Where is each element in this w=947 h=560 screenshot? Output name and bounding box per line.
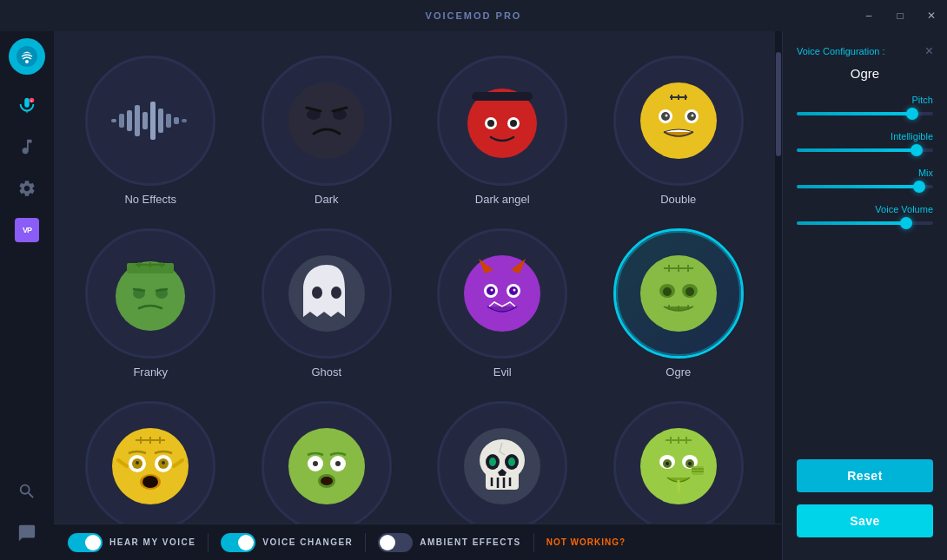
voice-changer-toggle[interactable] (221, 533, 255, 552)
svg-point-88 (313, 461, 318, 466)
hear-my-voice-group: HEAR MY VOICE (68, 533, 195, 552)
svg-point-47 (312, 287, 322, 299)
voice-item-dark[interactable]: Dark (248, 49, 407, 213)
app-title: VOICEMOD PRO (426, 10, 522, 21)
voice-grid: No Effects (54, 31, 775, 524)
voice-circle-zombie (613, 401, 744, 524)
voice-label-dark: Dark (315, 193, 338, 206)
sidebar-item-chat[interactable] (9, 515, 45, 551)
svg-point-79 (136, 461, 139, 464)
intelligible-slider-track[interactable] (797, 148, 933, 152)
mix-slider-thumb[interactable] (913, 181, 925, 193)
svg-point-25 (640, 82, 717, 159)
ambient-effects-toggle[interactable] (378, 533, 413, 552)
hear-my-voice-toggle[interactable] (68, 533, 103, 552)
right-panel-close-icon[interactable]: × (925, 43, 933, 59)
voice-volume-label: Voice Volume (797, 204, 933, 214)
svg-point-24 (510, 120, 517, 127)
voice-item-evil[interactable]: Evil (423, 221, 582, 385)
voice-volume-slider-track[interactable] (797, 221, 933, 225)
voice-item-zombie[interactable]: Zombie (599, 394, 758, 524)
sidebar-item-settings[interactable] (9, 170, 45, 207)
voice-item-franky[interactable]: Franky (71, 221, 230, 385)
separator-2 (365, 533, 366, 552)
svg-rect-8 (142, 112, 148, 129)
svg-point-89 (335, 461, 341, 466)
voice-circle-fear (85, 401, 215, 524)
voice-item-spirit[interactable]: Spirit (423, 394, 582, 524)
svg-point-85 (288, 428, 365, 504)
pitch-label: Pitch (797, 95, 933, 105)
scrollbar-thumb[interactable] (776, 52, 781, 156)
svg-rect-4 (111, 119, 116, 122)
voice-circle-double (613, 56, 744, 186)
voice-item-double[interactable]: Double (599, 49, 758, 213)
svg-point-64 (682, 284, 698, 298)
scrollbar-track[interactable] (775, 31, 782, 524)
svg-rect-10 (158, 109, 163, 133)
voice-circle-no-effects (85, 56, 215, 186)
voice-label-ghost: Ghost (311, 366, 341, 379)
svg-rect-11 (166, 114, 171, 128)
voice-config-title: Voice Configuration : (797, 46, 885, 56)
sidebar-item-search[interactable] (9, 473, 45, 510)
sidebar: + VP (0, 31, 54, 560)
voice-circle-ogre (613, 228, 744, 359)
voice-item-dark-angel[interactable]: Dark angel (423, 49, 582, 213)
svg-rect-7 (135, 105, 140, 136)
save-button[interactable]: Save (797, 504, 933, 537)
svg-point-108 (666, 462, 669, 465)
svg-rect-9 (150, 102, 156, 140)
voice-item-no-effects[interactable]: No Effects (71, 49, 230, 213)
mix-slider-track[interactable] (797, 185, 933, 188)
voice-item-fear[interactable]: Fear (71, 394, 230, 524)
separator-1 (208, 533, 209, 552)
voice-label-evil: Evil (493, 366, 512, 379)
voice-changer-group: VOICE CHANGER (221, 533, 353, 552)
svg-point-23 (487, 120, 494, 127)
voice-changer-knob (238, 535, 254, 550)
minimize-button[interactable]: – (853, 0, 884, 31)
svg-rect-111 (692, 466, 704, 475)
sidebar-item-voice-effects[interactable]: + (9, 87, 45, 123)
pitch-slider-thumb[interactable] (906, 108, 918, 120)
right-panel: Voice Configuration : × Ogre Pitch Intel… (782, 31, 947, 560)
svg-point-101 (489, 458, 496, 466)
voice-circle-dark-angel (437, 56, 567, 186)
svg-point-14 (288, 82, 365, 159)
voice-grid-container[interactable]: No Effects (54, 31, 775, 524)
voice-item-ogre[interactable]: Ogre (599, 221, 758, 385)
voice-circle-possessed (262, 401, 392, 524)
maximize-button[interactable]: □ (884, 0, 916, 31)
voice-label-dark-angel: Dark angel (475, 193, 530, 206)
svg-point-66 (685, 287, 694, 296)
intelligible-slider-fill (797, 148, 917, 152)
voice-volume-slider-section: Voice Volume (797, 204, 933, 234)
not-working-label[interactable]: NOT WORKING? (546, 537, 626, 547)
svg-point-102 (508, 458, 515, 466)
main-layout: + VP (0, 31, 947, 560)
intelligible-slider-section: Intelligible (797, 131, 933, 161)
sidebar-item-music[interactable] (9, 128, 45, 165)
pitch-slider-track[interactable] (797, 112, 933, 115)
hear-my-voice-knob (85, 535, 101, 550)
mix-slider-fill (797, 185, 919, 188)
intelligible-slider-thumb[interactable] (911, 144, 923, 156)
voice-item-possessed[interactable]: Possessed (248, 394, 407, 524)
close-button[interactable]: ✕ (916, 0, 947, 31)
svg-rect-20 (472, 92, 533, 101)
voice-volume-slider-thumb[interactable] (900, 217, 912, 229)
intelligible-label: Intelligible (797, 131, 933, 142)
sidebar-item-vp[interactable]: VP (9, 212, 45, 248)
svg-rect-12 (174, 117, 179, 124)
svg-point-56 (491, 289, 493, 292)
voice-item-ghost[interactable]: Ghost (248, 221, 407, 385)
voice-circle-franky (85, 228, 215, 359)
sidebar-logo[interactable] (9, 38, 45, 75)
reset-button[interactable]: Reset (797, 459, 933, 492)
svg-point-34 (665, 115, 667, 117)
ambient-effects-knob (380, 535, 395, 550)
svg-point-80 (162, 461, 165, 464)
voice-label-franky: Franky (133, 366, 168, 379)
panel-spacer (797, 240, 933, 452)
